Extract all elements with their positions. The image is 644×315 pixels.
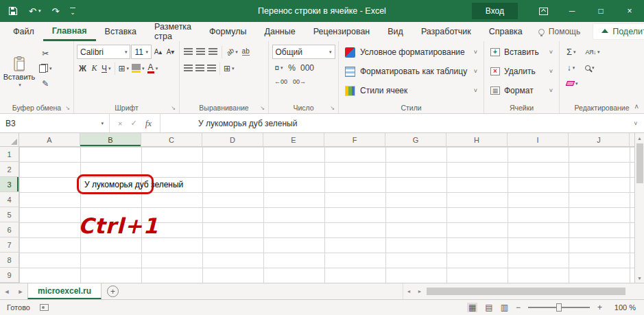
column-header-b[interactable]: B [80, 133, 141, 146]
wrap-text-button[interactable]: ab [240, 45, 252, 59]
column-header-a[interactable]: A [19, 133, 80, 146]
number-format-dropdown-icon[interactable]: ▾ [329, 49, 332, 55]
row-header-1[interactable]: 1 [0, 147, 19, 162]
borders-dropdown-icon[interactable]: ▾ [127, 66, 130, 71]
format-cells-button[interactable]: Формат˅ [486, 81, 558, 100]
font-name-dropdown-icon[interactable]: ▾ [125, 49, 128, 55]
row-header-8[interactable]: 8 [0, 253, 19, 268]
minimize-button[interactable]: ─ [558, 0, 586, 22]
tab-file[interactable]: Файл [4, 22, 43, 41]
grid-cells-area[interactable]: У лукоморья дуб зеленый Ctrl+1 [19, 147, 634, 283]
align-bottom-button[interactable] [207, 45, 219, 59]
number-dialog-launcher[interactable]: ↘ [330, 106, 335, 111]
zoom-slider[interactable] [528, 307, 590, 308]
sheet-nav-right-icon[interactable]: ► [14, 283, 27, 299]
row-header-6[interactable]: 6 [0, 222, 19, 237]
column-header-e[interactable]: E [263, 133, 324, 146]
align-middle-button[interactable] [195, 45, 206, 59]
ribbon-display-options-button[interactable] [529, 0, 558, 22]
alignment-dialog-launcher[interactable]: ↘ [260, 106, 265, 111]
formula-bar-expand-button[interactable]: ˅ [628, 114, 644, 132]
row-header-7[interactable]: 7 [0, 237, 19, 253]
column-header-f[interactable]: F [324, 133, 385, 146]
scroll-down-icon[interactable]: ▼ [635, 273, 644, 283]
name-box[interactable]: B3 ▾ [0, 114, 110, 132]
view-page-break-button[interactable]: ▥ [501, 303, 508, 312]
column-header-j[interactable]: J [569, 133, 630, 146]
sheet-tab-microexcel[interactable]: microexcel.ru [27, 283, 102, 299]
undo-dropdown-icon[interactable]: ▾ [38, 8, 41, 14]
column-header-h[interactable]: H [446, 133, 508, 146]
undo-button[interactable]: ↶▾ [29, 6, 40, 16]
vertical-scroll-thumb[interactable] [636, 143, 643, 183]
percent-style-button[interactable]: % [286, 60, 298, 75]
tab-view[interactable]: Вид [379, 22, 412, 41]
new-sheet-button[interactable]: + [107, 285, 119, 297]
view-page-layout-button[interactable]: ▤ [485, 303, 492, 312]
formula-input[interactable]: У лукоморья дуб зеленый [160, 114, 628, 132]
row-header-2[interactable]: 2 [0, 162, 19, 177]
sheet-nav-left-icon[interactable]: ◄ [0, 283, 14, 299]
column-header-i[interactable]: I [508, 133, 569, 146]
hscroll-left-icon[interactable]: ◄ [403, 283, 414, 299]
zoom-slider-thumb[interactable] [556, 303, 562, 312]
sort-filter-button[interactable]: АЯ↓▾ [584, 45, 601, 59]
cut-button[interactable]: ✂ [38, 46, 53, 60]
horizontal-scroll-thumb[interactable] [427, 288, 625, 295]
fill-color-button[interactable]: ▾ [130, 61, 146, 75]
tab-insert[interactable]: Вставка [96, 22, 145, 41]
tab-help[interactable]: Справка [480, 22, 532, 41]
scroll-up-icon[interactable]: ▲ [635, 133, 644, 143]
zoom-percentage[interactable]: 100 % [610, 303, 636, 312]
zoom-out-button[interactable]: − [516, 303, 521, 312]
autosum-dropdown-icon[interactable]: ▾ [573, 49, 576, 55]
font-size-combo[interactable]: 11▾ [131, 45, 152, 59]
sign-in-button[interactable]: Вход [472, 3, 518, 19]
align-top-button[interactable] [182, 45, 194, 59]
cancel-entry-button[interactable]: × [118, 119, 122, 128]
align-right-button[interactable] [206, 61, 217, 75]
sort-filter-dropdown-icon[interactable]: ▾ [597, 49, 600, 55]
row-header-3[interactable]: 3 [0, 177, 19, 192]
find-select-button[interactable]: ▾ [584, 60, 596, 75]
insert-cells-button[interactable]: Вставить˅ [486, 43, 558, 62]
font-dialog-launcher[interactable]: ↘ [171, 106, 176, 111]
tab-developer[interactable]: Разработчик [412, 22, 480, 41]
copy-dropdown-icon[interactable]: ▾ [49, 66, 52, 71]
format-painter-button[interactable]: ✎ [38, 76, 53, 91]
orientation-button[interactable]: ab▾ [225, 45, 239, 59]
autosum-button[interactable]: Σ▾ [565, 45, 577, 59]
row-header-9[interactable]: 9 [0, 268, 19, 283]
vertical-scrollbar[interactable]: ▲ ▼ [634, 133, 644, 283]
align-center-button[interactable] [194, 61, 206, 75]
decrease-decimal-button[interactable]: 00→ [291, 76, 307, 87]
decrease-font-size-button[interactable]: А▾ [165, 45, 176, 59]
maximize-button[interactable]: □ [586, 0, 615, 22]
borders-button[interactable]: ⊞▾ [117, 61, 131, 75]
clipboard-dialog-launcher[interactable]: ↘ [65, 106, 70, 111]
close-button[interactable]: × [615, 0, 644, 22]
hscroll-right-icon[interactable]: ► [414, 283, 425, 299]
tab-formulas[interactable]: Формулы [200, 22, 255, 41]
font-color-button[interactable]: А▾ [146, 61, 160, 75]
accounting-format-button[interactable]: ¤▾ [273, 60, 285, 75]
number-format-combo[interactable]: Общий▾ [272, 45, 335, 59]
merge-center-button[interactable]: ⊞▾ [222, 61, 236, 75]
underline-button[interactable]: Ч▾ [100, 61, 112, 75]
enter-entry-button[interactable]: ✓ [130, 119, 136, 128]
fill-dropdown-icon[interactable]: ▾ [573, 65, 575, 71]
tab-page-layout[interactable]: Разметка стра [145, 22, 200, 41]
row-header-5[interactable]: 5 [0, 207, 19, 222]
column-header-g[interactable]: G [385, 133, 446, 146]
paste-button[interactable]: Вставить ▾ [3, 44, 36, 100]
font-name-combo[interactable]: Calibri▾ [77, 45, 130, 59]
customize-qat-button[interactable]: ⌄ [70, 8, 75, 15]
bold-button[interactable]: Ж [77, 61, 88, 75]
select-all-corner[interactable] [0, 133, 19, 147]
name-box-dropdown-icon[interactable]: ▾ [101, 121, 104, 126]
find-select-dropdown-icon[interactable]: ▾ [592, 65, 595, 71]
delete-cells-button[interactable]: Удалить˅ [486, 62, 558, 81]
font-color-dropdown-icon[interactable]: ▾ [156, 66, 158, 71]
save-button[interactable] [8, 6, 18, 16]
underline-dropdown-icon[interactable]: ▾ [108, 66, 111, 71]
